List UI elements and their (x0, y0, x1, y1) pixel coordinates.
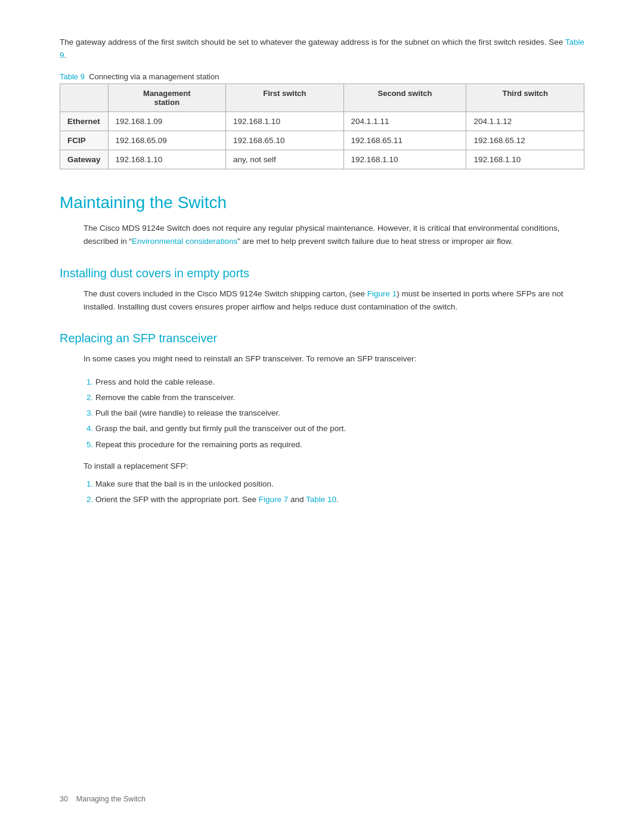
table-caption: Table 9 Connecting via a management stat… (60, 72, 584, 81)
list-item: Pull the bail (wire handle) to release t… (95, 407, 584, 420)
gateway-third: 192.168.1.10 (466, 150, 584, 169)
table-row: Ethernet 192.168.1.09 192.168.1.10 204.1… (60, 112, 584, 131)
table-row: FCIP 192.168.65.09 192.168.65.10 192.168… (60, 131, 584, 150)
list-item: Press and hold the cable release. (95, 376, 584, 389)
fcip-mgmt: 192.168.65.09 (108, 131, 226, 150)
dust-covers-text-before: The dust covers included in the Cisco MD… (83, 289, 367, 298)
table-row: Gateway 192.168.1.10 any, not self 192.1… (60, 150, 584, 169)
figure7-link[interactable]: Figure 7 (259, 495, 289, 504)
gateway-second: 192.168.1.10 (343, 150, 466, 169)
col-header-second-switch: Second switch (343, 84, 466, 112)
list-item: Orient the SFP with the appropriate port… (95, 493, 584, 506)
table-body: Ethernet 192.168.1.09 192.168.1.10 204.1… (60, 112, 584, 169)
sfp-install-list: Make sure that the bail is in the unlock… (60, 478, 584, 507)
fcip-first: 192.168.65.10 (226, 131, 344, 150)
figure1-link[interactable]: Figure 1 (367, 289, 397, 298)
col-header-management: Managementstation (108, 84, 226, 112)
table10-link[interactable]: Table 10 (306, 495, 336, 504)
table-header-row: Managementstation First switch Second sw… (60, 84, 584, 112)
environmental-link[interactable]: Environmental considerations (132, 237, 237, 246)
list-item: Repeat this procedure for the remaining … (95, 438, 584, 451)
table-title: Connecting via a management station (89, 72, 219, 81)
list-item: Remove the cable from the transceiver. (95, 391, 584, 404)
install-step2-middle: and (288, 495, 306, 504)
sfp-title: Replacing an SFP transceiver (60, 332, 584, 345)
intro-paragraph: The gateway address of the first switch … (60, 36, 584, 61)
install-intro: To install a replacement SFP: (60, 460, 584, 473)
gateway-mgmt: 192.168.1.10 (108, 150, 226, 169)
dust-covers-title: Installing dust covers in empty ports (60, 267, 584, 280)
gateway-first: any, not self (226, 150, 344, 169)
maintaining-body: The Cisco MDS 9124e Switch does not requ… (60, 222, 584, 249)
sfp-intro: In some cases you might need to reinstal… (60, 352, 584, 366)
install-step2-after: . (336, 495, 339, 504)
fcip-third: 192.168.65.12 (466, 131, 584, 150)
col-header-first-switch: First switch (226, 84, 344, 112)
maintaining-text-after: ” are met to help prevent switch failure… (237, 237, 513, 246)
row-label-gateway: Gateway (60, 150, 109, 169)
install-step2-before: Orient the SFP with the appropriate port… (95, 495, 259, 504)
table-header: Managementstation First switch Second sw… (60, 84, 584, 112)
sfp-remove-list: Press and hold the cable release. Remove… (60, 376, 584, 451)
footer: 30 Managing the Switch (60, 795, 145, 803)
table-label[interactable]: Table 9 (60, 72, 85, 81)
ethernet-third: 204.1.1.12 (466, 112, 584, 131)
fcip-second: 192.168.65.11 (343, 131, 466, 150)
intro-text-after: . (64, 51, 67, 60)
ethernet-first: 192.168.1.10 (226, 112, 344, 131)
management-station-table: Managementstation First switch Second sw… (60, 83, 584, 169)
ethernet-second: 204.1.1.11 (343, 112, 466, 131)
col-header-empty (60, 84, 109, 112)
list-item: Make sure that the bail is in the unlock… (95, 478, 584, 491)
dust-covers-body: The dust covers included in the Cisco MD… (60, 287, 584, 314)
page-number: 30 (60, 795, 68, 803)
maintaining-title: Maintaining the Switch (60, 193, 584, 212)
row-label-fcip: FCIP (60, 131, 109, 150)
footer-section: Managing the Switch (76, 795, 145, 803)
row-label-ethernet: Ethernet (60, 112, 109, 131)
col-header-third-switch: Third switch (466, 84, 584, 112)
ethernet-mgmt: 192.168.1.09 (108, 112, 226, 131)
intro-text-before: The gateway address of the first switch … (60, 38, 565, 47)
list-item: Grasp the bail, and gently but firmly pu… (95, 422, 584, 435)
